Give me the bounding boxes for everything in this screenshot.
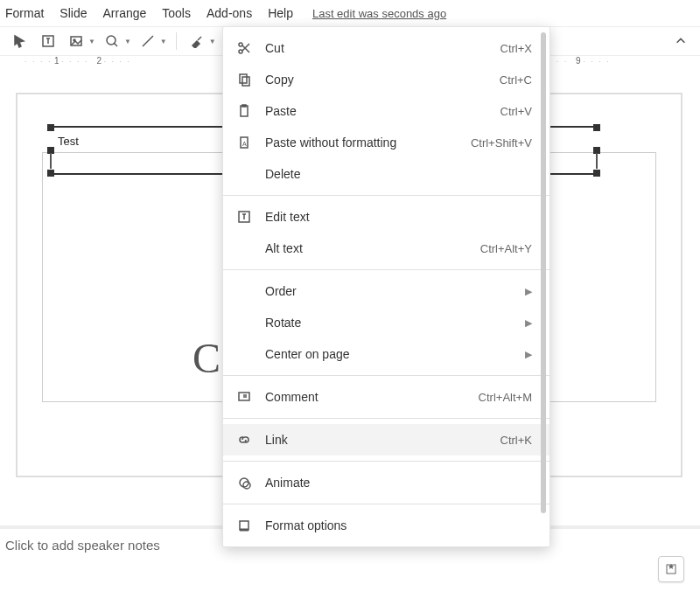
edit-text-icon bbox=[235, 208, 253, 226]
blank-icon bbox=[235, 345, 253, 363]
blank-icon bbox=[235, 314, 253, 331]
menu-slide[interactable]: Slide bbox=[60, 6, 87, 20]
menu-paste-nf[interactable]: A Paste without formatting Ctrl+Shift+V bbox=[223, 127, 550, 158]
menu-center[interactable]: Center on page ▶ bbox=[223, 338, 550, 370]
separator bbox=[223, 504, 550, 504]
menu-addons[interactable]: Add-ons bbox=[206, 6, 252, 20]
resize-handle-br[interactable] bbox=[593, 170, 600, 177]
format-options-icon bbox=[235, 517, 253, 534]
separator bbox=[223, 461, 550, 462]
menu-format-options[interactable]: Format options bbox=[223, 510, 550, 541]
svg-rect-7 bbox=[242, 77, 249, 86]
image-tool[interactable]: ▼ bbox=[65, 30, 95, 52]
blank-icon bbox=[235, 282, 253, 300]
menu-link[interactable]: Link Ctrl+K bbox=[223, 424, 550, 455]
menu-copy[interactable]: Copy Ctrl+C bbox=[223, 64, 550, 95]
clipboard-a-icon: A bbox=[235, 134, 253, 151]
separator bbox=[223, 418, 550, 419]
menu-tools[interactable]: Tools bbox=[162, 6, 191, 20]
menu-alt-text[interactable]: Alt text Ctrl+Alt+Y bbox=[223, 233, 550, 264]
line-tool[interactable]: ▼ bbox=[136, 30, 167, 52]
svg-point-15 bbox=[243, 482, 250, 489]
animate-icon bbox=[235, 474, 253, 491]
submenu-arrow-icon: ▶ bbox=[525, 317, 532, 329]
scrollbar[interactable] bbox=[541, 32, 546, 513]
body-placeholder-glyph: C bbox=[192, 334, 220, 382]
separator bbox=[223, 195, 550, 196]
separator bbox=[223, 375, 550, 376]
menu-paste[interactable]: Paste Ctrl+V bbox=[223, 95, 550, 127]
explore-icon bbox=[664, 562, 678, 576]
svg-text:A: A bbox=[242, 141, 247, 147]
svg-rect-9 bbox=[242, 105, 246, 107]
menu-order[interactable]: Order ▶ bbox=[223, 275, 550, 307]
submenu-arrow-icon: ▶ bbox=[525, 286, 532, 297]
select-tool[interactable] bbox=[9, 30, 32, 52]
menu-comment[interactable]: Comment Ctrl+Alt+M bbox=[223, 381, 550, 413]
edit-status[interactable]: Last edit was seconds ago bbox=[312, 7, 446, 20]
menu-cut[interactable]: Cut Ctrl+X bbox=[223, 32, 550, 64]
blank-icon bbox=[235, 240, 253, 257]
menu-format[interactable]: Format bbox=[5, 6, 44, 20]
svg-rect-8 bbox=[241, 106, 248, 116]
textbox-tool[interactable] bbox=[37, 30, 60, 52]
context-menu: Cut Ctrl+X Copy Ctrl+C Paste Ctrl+V A Pa… bbox=[222, 26, 550, 547]
menu-arrange[interactable]: Arrange bbox=[102, 6, 146, 20]
svg-point-5 bbox=[239, 43, 242, 46]
menu-edit-text[interactable]: Edit text bbox=[223, 201, 550, 233]
paint-tool[interactable]: ▼ bbox=[186, 30, 216, 52]
resize-handle-tr[interactable] bbox=[593, 124, 600, 131]
explore-button[interactable] bbox=[658, 556, 684, 582]
text-cursor-l bbox=[50, 153, 52, 169]
menu-help[interactable]: Help bbox=[268, 6, 293, 20]
menu-animate[interactable]: Animate bbox=[223, 467, 550, 498]
blank-icon bbox=[235, 165, 253, 183]
svg-point-4 bbox=[239, 50, 242, 53]
resize-handle-tl[interactable] bbox=[47, 124, 54, 131]
menu-rotate[interactable]: Rotate ▶ bbox=[223, 307, 550, 338]
menu-delete[interactable]: Delete bbox=[223, 158, 550, 190]
link-icon bbox=[235, 431, 253, 448]
clipboard-icon bbox=[235, 102, 253, 120]
separator bbox=[223, 269, 550, 270]
textbox-content: Test bbox=[58, 135, 79, 148]
scissors-icon bbox=[235, 39, 253, 57]
speaker-notes-placeholder: Click to add speaker notes bbox=[5, 538, 160, 553]
text-cursor-r bbox=[596, 153, 598, 169]
comment-icon bbox=[235, 388, 253, 406]
collapse-toolbar-button[interactable] bbox=[670, 31, 691, 52]
shape-tool[interactable]: ▼ bbox=[101, 30, 131, 52]
copy-icon bbox=[235, 71, 253, 88]
resize-handle-bl[interactable] bbox=[47, 170, 54, 177]
svg-rect-6 bbox=[240, 74, 247, 83]
menubar: Format Slide Arrange Tools Add-ons Help … bbox=[0, 0, 700, 26]
submenu-arrow-icon: ▶ bbox=[525, 349, 532, 360]
